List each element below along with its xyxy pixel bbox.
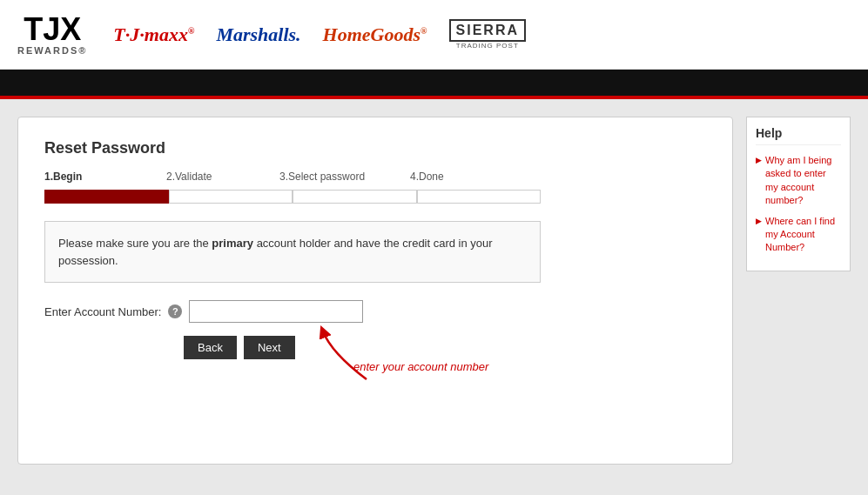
progress-step-1	[44, 190, 169, 204]
progress-step-2	[169, 190, 293, 204]
step-1-label: 1.Begin	[44, 171, 166, 183]
progress-step-4	[417, 190, 542, 204]
sierra-logo: SIERRA TRADING POST	[449, 19, 526, 50]
page-title: Reset Password	[44, 139, 706, 157]
progress-step-3	[293, 190, 417, 204]
info-text-before: Please make sure you are the	[58, 237, 212, 250]
help-title: Help	[756, 126, 841, 145]
marshalls-logo: Marshalls.	[216, 23, 300, 46]
help-box: Help Why am I being asked to enter my ac…	[746, 117, 851, 271]
step-4-label: 4.Done	[410, 171, 480, 183]
step-3-label: 3.Select password	[279, 171, 410, 183]
back-button[interactable]: Back	[184, 336, 237, 359]
main-content: Reset Password 1.Begin 2.Validate 3.Sele…	[0, 99, 868, 482]
progress-bar	[44, 190, 541, 204]
help-link-2[interactable]: Where can I find my Account Number?	[756, 215, 841, 255]
info-text-bold: primary	[212, 237, 253, 250]
site-header: TJX REWARDS® T·J·maxx® Marshalls. HomeGo…	[0, 0, 868, 70]
brand-logos: T·J·maxx® Marshalls. HomeGoods® SIERRA T…	[113, 19, 526, 50]
annotation-container: Back Next enter your account number	[44, 336, 706, 359]
account-number-row: Enter Account Number: ?	[44, 300, 706, 323]
tjx-logo-text: TJX	[24, 14, 81, 45]
next-button[interactable]: Next	[244, 336, 295, 359]
help-sidebar: Help Why am I being asked to enter my ac…	[746, 117, 851, 465]
account-number-input[interactable]	[189, 300, 363, 323]
help-icon[interactable]: ?	[168, 304, 182, 318]
account-number-label: Enter Account Number:	[44, 305, 161, 318]
steps-row: 1.Begin 2.Validate 3.Select password 4.D…	[44, 171, 706, 183]
sierra-subtext: TRADING POST	[456, 42, 519, 50]
form-card: Reset Password 1.Begin 2.Validate 3.Sele…	[17, 117, 733, 465]
step-2-label: 2.Validate	[166, 171, 279, 183]
nav-bar	[0, 70, 868, 96]
sierra-logo-text: SIERRA	[449, 19, 526, 42]
tjx-logo: TJX REWARDS®	[17, 14, 87, 56]
buttons-row: Back Next	[184, 336, 706, 359]
homegoods-logo: HomeGoods®	[323, 23, 427, 46]
annotation-text: enter your account number	[353, 360, 488, 373]
help-link-1[interactable]: Why am I being asked to enter my account…	[756, 154, 841, 208]
rewards-logo-text: REWARDS®	[17, 45, 87, 56]
info-box: Please make sure you are the primary acc…	[44, 221, 541, 283]
tjmaxx-logo: T·J·maxx®	[113, 23, 194, 46]
annotation-arrow-svg	[314, 327, 384, 388]
